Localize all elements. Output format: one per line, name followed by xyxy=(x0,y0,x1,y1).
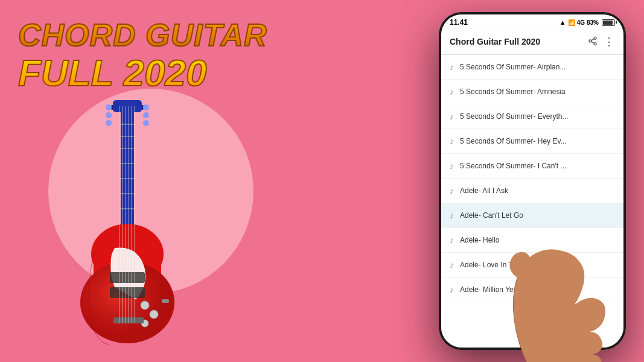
music-note-icon: ♪ xyxy=(450,161,454,171)
app-header-title: Chord Guitar Full 2020 xyxy=(450,37,540,46)
battery-fill xyxy=(603,21,613,25)
song-list-item[interactable]: ♪ 5 Seconds Of Summer- I Can't ... xyxy=(441,154,623,179)
svg-point-15 xyxy=(143,104,149,110)
app-header: Chord Guitar Full 2020 ⋮ xyxy=(441,29,623,55)
svg-line-40 xyxy=(591,39,595,40)
music-note-icon: ♪ xyxy=(450,235,454,245)
music-note-icon: ♪ xyxy=(450,186,454,195)
right-section: 11.41 ▲ 📶 4G 83% xyxy=(348,12,626,356)
music-note-icon: ♪ xyxy=(450,211,454,220)
song-title: 5 Seconds Of Summer- Everyth... xyxy=(460,112,568,121)
status-time: 11.41 xyxy=(450,18,468,27)
svg-point-14 xyxy=(106,120,112,126)
app-title-block: Chord Guitar Full 2020 xyxy=(18,18,267,94)
guitar-illustration xyxy=(60,94,199,350)
song-title: 5 Seconds Of Summer- Amnesia xyxy=(460,87,566,96)
left-section: Chord Guitar Full 2020 xyxy=(0,0,302,362)
svg-point-38 xyxy=(594,42,596,45)
svg-point-25 xyxy=(141,301,149,310)
network-type: 4G xyxy=(577,19,585,26)
music-note-icon: ♪ xyxy=(450,87,454,97)
song-list-item[interactable]: ♪ 5 Seconds Of Summer- Hey Ev... xyxy=(441,129,623,154)
svg-point-36 xyxy=(594,37,596,39)
signal-icon: 📶 xyxy=(568,19,575,26)
music-note-icon: ♪ xyxy=(450,260,454,270)
song-title: 5 Seconds Of Summer- Hey Ev... xyxy=(460,137,567,145)
svg-line-39 xyxy=(591,42,595,43)
status-bar: 11.41 ▲ 📶 4G 83% xyxy=(441,14,623,29)
svg-point-12 xyxy=(106,104,112,110)
song-list-item[interactable]: ♪ 5 Seconds Of Summer- Everyth... xyxy=(441,104,623,129)
status-icons: ▲ 📶 4G 83% xyxy=(560,19,615,26)
title-line2: Full 2020 xyxy=(18,52,267,94)
music-note-icon: ♪ xyxy=(450,112,454,121)
music-note-icon: ♪ xyxy=(450,285,454,294)
svg-point-13 xyxy=(106,112,112,118)
music-note-icon: ♪ xyxy=(450,136,454,146)
svg-rect-23 xyxy=(110,272,145,283)
music-note-icon: ♪ xyxy=(450,62,454,72)
hand-illustration xyxy=(481,199,644,362)
svg-rect-28 xyxy=(162,299,169,303)
song-list-item[interactable]: ♪ 5 Seconds Of Summer- Airplan... xyxy=(441,55,623,80)
battery-bar xyxy=(602,19,615,26)
title-line1: Chord Guitar xyxy=(18,18,267,52)
svg-rect-18 xyxy=(113,100,142,112)
song-title: Adele- All I Ask xyxy=(460,186,508,195)
song-list-item[interactable]: ♪ 5 Seconds Of Summer- Amnesia xyxy=(441,80,623,104)
svg-point-26 xyxy=(150,310,158,319)
more-options-icon[interactable]: ⋮ xyxy=(604,35,615,48)
share-icon[interactable] xyxy=(588,36,598,48)
svg-rect-24 xyxy=(110,287,145,298)
svg-point-37 xyxy=(589,40,591,42)
wifi-icon: ▲ xyxy=(560,19,566,26)
battery-percent: 83% xyxy=(587,19,599,26)
svg-point-17 xyxy=(143,120,149,126)
svg-point-16 xyxy=(143,112,149,118)
song-title: 5 Seconds Of Summer- Airplan... xyxy=(460,63,566,71)
song-title: 5 Seconds Of Summer- I Can't ... xyxy=(460,162,566,170)
header-icons: ⋮ xyxy=(588,35,615,48)
